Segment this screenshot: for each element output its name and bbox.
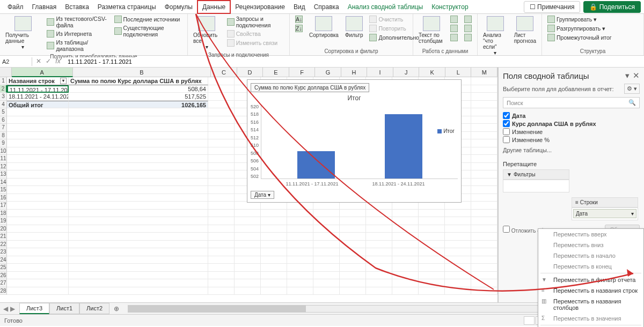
- filters-zone[interactable]: [503, 180, 569, 192]
- cell[interactable]: [419, 248, 445, 256]
- cell[interactable]: [471, 217, 497, 225]
- cell[interactable]: [69, 233, 208, 241]
- row-header-21[interactable]: 21: [0, 233, 7, 241]
- cell[interactable]: [235, 264, 261, 272]
- cell[interactable]: Названия строк▾: [7, 77, 69, 85]
- flash-fill-button[interactable]: [448, 15, 460, 24]
- menu-design[interactable]: Конструктор: [427, 1, 472, 13]
- cell[interactable]: [419, 233, 445, 241]
- spreadsheet-grid[interactable]: ABCDEFGHIJKLM 12345678910111213141516171…: [0, 68, 498, 302]
- cell[interactable]: [261, 272, 287, 280]
- cell[interactable]: [69, 108, 208, 116]
- row-header-9[interactable]: 9: [0, 139, 7, 147]
- cell[interactable]: [7, 217, 69, 225]
- cell[interactable]: [235, 210, 261, 218]
- row-header-25[interactable]: 25: [0, 264, 7, 272]
- menu-formulas[interactable]: Формулы: [160, 1, 197, 13]
- context-menu-item[interactable]: ≡Переместить в названия строк: [538, 285, 643, 296]
- cell[interactable]: [235, 233, 261, 241]
- get-data-button[interactable]: Получить данные ▾: [3, 15, 42, 51]
- cell[interactable]: [471, 124, 497, 132]
- cell[interactable]: [471, 264, 497, 272]
- row-header-5[interactable]: 5: [0, 108, 7, 116]
- cell[interactable]: [208, 186, 235, 194]
- cell[interactable]: [366, 217, 392, 225]
- cell[interactable]: [7, 163, 69, 171]
- sort-button[interactable]: Сортировка: [307, 15, 341, 39]
- cell[interactable]: [366, 279, 392, 287]
- cell[interactable]: [419, 287, 445, 295]
- cell[interactable]: [69, 147, 208, 155]
- cell[interactable]: [208, 248, 235, 256]
- cell[interactable]: [471, 202, 497, 210]
- cell[interactable]: [445, 225, 471, 233]
- row-header-27[interactable]: 27: [0, 279, 7, 287]
- cancel-formula-button[interactable]: ✕: [34, 57, 43, 66]
- cell[interactable]: [235, 225, 261, 233]
- cell[interactable]: [7, 124, 69, 132]
- cell[interactable]: [392, 248, 419, 256]
- row-header-15[interactable]: 15: [0, 186, 7, 194]
- cell[interactable]: [235, 202, 261, 210]
- row-header-19[interactable]: 19: [0, 217, 7, 225]
- cell[interactable]: [7, 264, 69, 272]
- cell[interactable]: [366, 202, 392, 210]
- cell[interactable]: [208, 139, 235, 147]
- cell[interactable]: [392, 202, 419, 210]
- cell[interactable]: [287, 256, 313, 264]
- col-header-H[interactable]: H: [341, 68, 368, 77]
- cell[interactable]: [261, 202, 287, 210]
- cell[interactable]: [7, 132, 69, 140]
- cell[interactable]: [471, 179, 497, 187]
- cell[interactable]: [471, 108, 497, 116]
- cell[interactable]: [287, 264, 313, 272]
- pivot-pane-dropdown[interactable]: ▾: [625, 71, 630, 80]
- text-to-cols-button[interactable]: Текст по столбцам: [416, 15, 446, 45]
- cell[interactable]: [366, 241, 392, 249]
- fx-button[interactable]: fx: [54, 57, 62, 66]
- col-header-D[interactable]: D: [237, 68, 264, 77]
- cell[interactable]: [313, 225, 340, 233]
- normal-view-button[interactable]: [524, 316, 535, 325]
- cell[interactable]: [445, 256, 471, 264]
- cell[interactable]: [261, 210, 287, 218]
- cell[interactable]: [235, 279, 261, 287]
- cell[interactable]: [208, 256, 235, 264]
- rows-zone-item[interactable]: Дата▾: [573, 209, 636, 218]
- col-header-A[interactable]: A: [12, 68, 73, 77]
- cell[interactable]: [287, 233, 313, 241]
- refresh-all-button[interactable]: Обновить все ▾: [191, 15, 223, 51]
- row-header-12[interactable]: 12: [0, 163, 7, 171]
- cell[interactable]: [208, 264, 235, 272]
- cell[interactable]: [471, 256, 497, 264]
- cell[interactable]: [7, 108, 69, 116]
- col-header-C[interactable]: C: [211, 68, 237, 77]
- sheet-tab[interactable]: Лист2: [79, 303, 109, 314]
- cell[interactable]: [313, 272, 340, 280]
- cell[interactable]: [313, 264, 340, 272]
- menu-pagelayout[interactable]: Разметка страницы: [93, 1, 160, 13]
- recent-sources-button[interactable]: Последние источники: [112, 15, 185, 24]
- cell[interactable]: [69, 202, 208, 210]
- cell[interactable]: [7, 179, 69, 187]
- menu-insert[interactable]: Вставка: [61, 1, 93, 13]
- cell[interactable]: [392, 210, 419, 218]
- cell[interactable]: 517,525: [69, 93, 208, 101]
- row-header-28[interactable]: 28: [0, 287, 7, 295]
- cell[interactable]: [419, 272, 445, 280]
- cell[interactable]: [340, 256, 366, 264]
- cell[interactable]: [340, 225, 366, 233]
- cell[interactable]: [261, 264, 287, 272]
- ungroup-button[interactable]: Разгруппировать ▾: [545, 24, 614, 33]
- rows-zone[interactable]: Дата▾: [572, 207, 638, 220]
- cell[interactable]: [419, 241, 445, 249]
- cell[interactable]: [7, 248, 69, 256]
- cell[interactable]: [7, 170, 69, 179]
- cell[interactable]: [7, 287, 69, 295]
- cell[interactable]: [419, 279, 445, 287]
- from-range-button[interactable]: Из таблицы/диапазона: [45, 39, 109, 53]
- cell[interactable]: [471, 101, 497, 109]
- cell[interactable]: [471, 272, 497, 280]
- cell[interactable]: [445, 248, 471, 256]
- cell[interactable]: [392, 241, 419, 249]
